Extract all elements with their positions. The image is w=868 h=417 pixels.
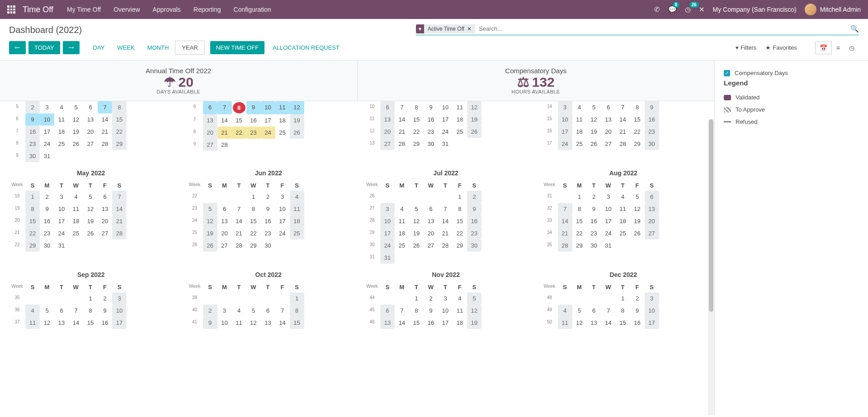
day-cell[interactable]: 26 xyxy=(83,227,98,239)
day-cell[interactable]: 24 xyxy=(40,138,54,150)
day-cell[interactable]: 23 xyxy=(246,127,261,139)
day-cell[interactable]: 14 xyxy=(69,317,83,329)
day-cell[interactable]: 16 xyxy=(424,113,438,126)
day-cell[interactable]: 5 xyxy=(630,191,645,203)
prev-button[interactable]: 🡐 xyxy=(9,41,26,54)
day-cell[interactable]: 21 xyxy=(98,126,112,138)
day-cell[interactable]: 6 xyxy=(217,203,232,215)
day-cell[interactable]: 20 xyxy=(645,215,659,227)
day-cell[interactable]: 10 xyxy=(438,101,453,113)
day-cell[interactable]: 26 xyxy=(69,138,83,150)
day-cell[interactable]: 2 xyxy=(424,292,438,305)
day-cell[interactable]: 19 xyxy=(467,113,481,126)
nav-overview[interactable]: Overview xyxy=(113,6,140,13)
day-cell[interactable]: 31 xyxy=(40,150,54,162)
nav-reporting[interactable]: Reporting xyxy=(193,6,221,13)
day-cell[interactable]: 8 xyxy=(409,305,424,317)
day-cell[interactable]: 9 xyxy=(25,113,40,126)
day-cell[interactable]: 22 xyxy=(409,126,424,138)
day-cell[interactable]: 15 xyxy=(112,113,127,126)
day-cell[interactable]: 16 xyxy=(261,215,275,227)
day-cell[interactable]: 6 xyxy=(83,101,98,113)
day-cell[interactable]: 6 xyxy=(601,101,616,113)
day-cell[interactable]: 28 xyxy=(112,227,127,239)
day-cell[interactable]: 12 xyxy=(572,317,587,329)
day-cell[interactable]: 7 xyxy=(112,191,127,203)
day-cell[interactable]: 11 xyxy=(290,203,304,215)
calendar-scroll[interactable]: 5234567869101112131415716171819202122823… xyxy=(0,101,714,412)
day-cell[interactable]: 17 xyxy=(54,215,69,227)
day-cell[interactable]: 26 xyxy=(409,239,424,252)
day-cell[interactable]: 11 xyxy=(395,215,409,227)
day-cell[interactable]: 9 xyxy=(261,203,275,215)
day-cell[interactable]: 30 xyxy=(40,239,54,252)
day-cell[interactable]: 8 xyxy=(290,305,304,317)
type-comp[interactable]: ✓Compensatory Days xyxy=(724,67,859,79)
day-cell[interactable]: 13 xyxy=(380,113,395,126)
day-cell[interactable]: 4 xyxy=(232,305,246,317)
day-cell[interactable]: 29 xyxy=(246,239,261,252)
day-cell[interactable]: 22 xyxy=(25,227,40,239)
day-cell[interactable]: 25 xyxy=(572,138,587,150)
day-cell[interactable]: 8 xyxy=(453,203,467,215)
day-cell[interactable]: 5 xyxy=(69,101,83,113)
day-cell[interactable]: 9 xyxy=(98,305,112,317)
debug-icon[interactable]: ✕ xyxy=(699,5,705,14)
day-cell[interactable]: 31 xyxy=(601,239,616,252)
day-cell[interactable]: 28 xyxy=(217,139,232,151)
day-cell[interactable]: 12 xyxy=(409,215,424,227)
day-cell[interactable]: 7 xyxy=(395,101,409,113)
day-cell[interactable]: 14 xyxy=(232,215,246,227)
day-cell[interactable]: 4 xyxy=(69,191,83,203)
day-cell[interactable]: 10 xyxy=(261,101,275,114)
facet-remove-icon[interactable]: ✕ xyxy=(467,26,472,32)
day-cell[interactable]: 15 xyxy=(453,215,467,227)
day-cell[interactable]: 13 xyxy=(54,317,69,329)
day-cell[interactable]: 13 xyxy=(601,113,616,126)
day-cell[interactable]: 11 xyxy=(453,101,467,113)
day-cell[interactable]: 15 xyxy=(83,317,98,329)
day-cell[interactable]: 19 xyxy=(290,114,304,127)
day-cell[interactable]: 7 xyxy=(69,305,83,317)
day-cell[interactable]: 7 xyxy=(98,101,112,113)
day-cell[interactable]: 15 xyxy=(630,113,645,126)
day-cell[interactable]: 24 xyxy=(558,138,572,150)
day-cell[interactable]: 27 xyxy=(424,239,438,252)
day-cell[interactable]: 12 xyxy=(83,203,98,215)
day-cell[interactable]: 21 xyxy=(217,127,232,139)
day-cell[interactable]: 29 xyxy=(630,138,645,150)
day-cell[interactable]: 20 xyxy=(217,227,232,239)
day-cell[interactable]: 7 xyxy=(217,101,232,114)
day-cell[interactable]: 6 xyxy=(380,305,395,317)
day-cell[interactable]: 6 xyxy=(380,101,395,113)
day-cell[interactable]: 14 xyxy=(112,203,127,215)
day-cell[interactable]: 22 xyxy=(232,127,246,139)
day-cell[interactable]: 30 xyxy=(261,239,275,252)
day-cell[interactable]: 10 xyxy=(112,305,127,317)
day-cell[interactable]: 5 xyxy=(467,292,481,305)
day-cell[interactable]: 29 xyxy=(25,239,40,252)
scale-day[interactable]: DAY xyxy=(87,41,111,55)
company-selector[interactable]: My Company (San Francisco) xyxy=(713,6,797,13)
day-cell[interactable]: 18 xyxy=(275,114,290,127)
apps-icon[interactable] xyxy=(7,5,15,14)
day-cell[interactable]: 30 xyxy=(467,239,481,252)
day-cell[interactable]: 8 xyxy=(233,102,245,113)
day-cell[interactable]: 11 xyxy=(25,317,40,329)
day-cell[interactable]: 19 xyxy=(83,215,98,227)
day-cell[interactable]: 20 xyxy=(424,227,438,239)
day-cell[interactable]: 10 xyxy=(40,113,54,126)
day-cell[interactable]: 23 xyxy=(40,227,54,239)
day-cell[interactable]: 18 xyxy=(572,126,587,138)
day-cell[interactable]: 6 xyxy=(645,191,659,203)
day-cell[interactable]: 22 xyxy=(112,126,127,138)
day-cell[interactable]: 21 xyxy=(232,227,246,239)
day-cell[interactable]: 20 xyxy=(601,126,616,138)
day-cell[interactable]: 3 xyxy=(54,191,69,203)
day-cell[interactable]: 11 xyxy=(275,101,290,114)
day-cell[interactable]: 23 xyxy=(261,227,275,239)
search-input[interactable] xyxy=(475,23,850,34)
day-cell[interactable]: 25 xyxy=(453,126,467,138)
day-cell[interactable]: 8 xyxy=(616,305,630,317)
day-cell[interactable]: 3 xyxy=(601,191,616,203)
